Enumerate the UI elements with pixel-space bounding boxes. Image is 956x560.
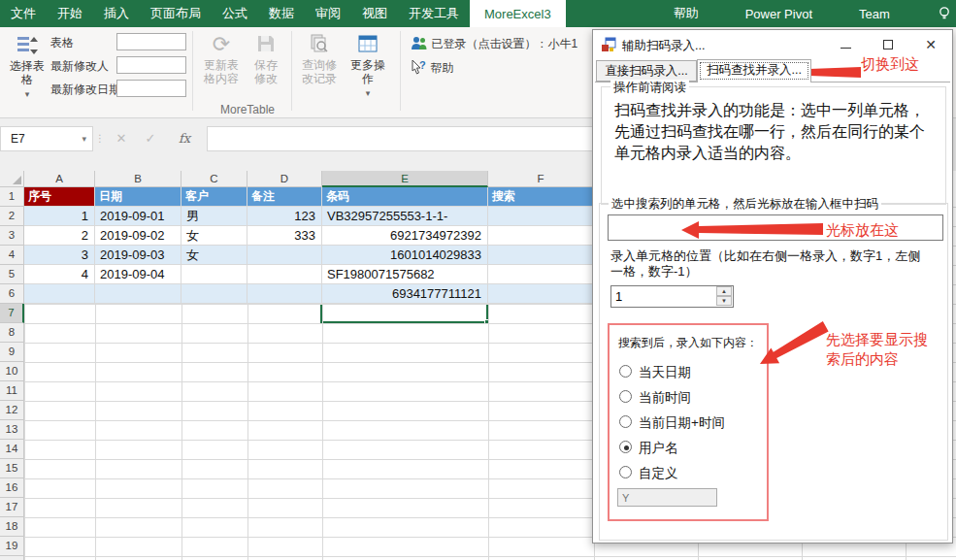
row-header-20[interactable]: 20 <box>0 556 24 560</box>
radio-option-3[interactable]: 用户名 <box>619 440 765 455</box>
table-cell[interactable]: VB32957255553-1-1- <box>322 207 488 226</box>
tab-scan-search-entry[interactable]: 扫码查找并录入... <box>697 59 811 82</box>
table-cell[interactable]: 2019-09-02 <box>95 226 181 246</box>
formula-bar-splitter[interactable]: ⋮ <box>95 126 105 151</box>
table-cell[interactable]: 2019-09-01 <box>95 207 181 226</box>
table-header-cell[interactable]: 条码 <box>322 187 488 207</box>
ribbon-tab-11[interactable]: Power Pivot <box>735 0 823 27</box>
table-cell[interactable]: 女 <box>181 226 247 246</box>
table-cell[interactable] <box>247 265 322 284</box>
table-cell[interactable] <box>247 246 322 265</box>
row-header-4[interactable]: 4 <box>0 246 24 265</box>
row-header-8[interactable]: 8 <box>0 323 24 343</box>
ribbon-button-3[interactable]: 更多操作▾ <box>346 31 390 115</box>
row-header-7[interactable]: 7 <box>0 304 24 323</box>
tab-direct-scan[interactable]: 直接扫码录入... <box>596 60 697 82</box>
row-header-5[interactable]: 5 <box>0 265 24 284</box>
column-header-A[interactable]: A <box>24 171 95 187</box>
select-table-button[interactable]: 选择表格 ▾ <box>6 31 49 107</box>
ribbon-field-input-1[interactable] <box>116 56 186 74</box>
table-cell[interactable] <box>95 284 181 304</box>
table-cell[interactable]: 女 <box>181 246 247 265</box>
ribbon-field-input-0[interactable] <box>116 33 186 50</box>
table-cell[interactable]: 333 <box>247 226 322 246</box>
column-header-D[interactable]: D <box>247 171 322 187</box>
ribbon-tab-3[interactable]: 页面布局 <box>140 0 212 27</box>
table-cell[interactable]: SF1980071575682 <box>322 265 488 284</box>
cancel-icon[interactable]: ✕ <box>109 126 134 151</box>
column-header-E[interactable]: E <box>322 171 488 187</box>
table-cell[interactable]: 4 <box>24 265 95 284</box>
table-cell[interactable] <box>247 284 322 304</box>
table-cell[interactable]: 6934177711121 <box>322 284 488 304</box>
column-header-F[interactable]: F <box>488 171 594 187</box>
ribbon-tab-2[interactable]: 插入 <box>93 0 140 27</box>
table-cell[interactable]: 男 <box>181 207 247 226</box>
name-box[interactable]: E7 ▾ <box>0 126 93 151</box>
table-cell[interactable] <box>24 284 95 304</box>
login-status[interactable]: 已登录（点击设置）：小牛1 <box>412 34 577 52</box>
ribbon-tab-1[interactable]: 开始 <box>47 0 93 27</box>
row-header-15[interactable]: 15 <box>0 459 24 478</box>
ribbon-tab-9[interactable]: MoreExcel3 <box>470 0 566 27</box>
table-cell[interactable]: 123 <box>247 207 322 226</box>
row-header-9[interactable]: 9 <box>0 343 24 362</box>
row-header-17[interactable]: 17 <box>0 498 24 517</box>
fx-icon[interactable]: fx <box>171 126 198 151</box>
table-header-cell[interactable]: 客户 <box>181 187 247 207</box>
ribbon-tab-8[interactable]: 开发工具 <box>398 0 470 27</box>
table-cell[interactable] <box>181 265 247 284</box>
position-input[interactable] <box>611 286 716 307</box>
column-header-B[interactable]: B <box>95 171 181 187</box>
table-cell[interactable]: 6921734972392 <box>322 226 488 246</box>
table-header-cell[interactable]: 日期 <box>95 187 181 207</box>
table-header-cell[interactable]: 备注 <box>247 187 322 207</box>
ribbon-tab-5[interactable]: 数据 <box>258 0 305 27</box>
table-cell[interactable] <box>488 246 594 265</box>
row-header-10[interactable]: 10 <box>0 362 24 381</box>
ribbon-tab-4[interactable]: 公式 <box>212 0 258 27</box>
radio-option-0[interactable]: 当天日期 <box>619 364 765 379</box>
table-cell[interactable]: 1601014029833 <box>322 246 488 265</box>
table-cell[interactable] <box>181 284 247 304</box>
table-header-cell[interactable]: 搜索 <box>488 187 594 207</box>
row-header-12[interactable]: 12 <box>0 401 24 420</box>
ribbon-tab-0[interactable]: 文件 <box>0 0 47 27</box>
help-button[interactable]: ? 帮助 <box>412 58 453 77</box>
spinner-up-button[interactable]: ▲ <box>716 286 732 296</box>
radio-option-2[interactable]: 当前日期+时间 <box>619 414 765 430</box>
row-header-6[interactable]: 6 <box>0 284 24 304</box>
row-header-18[interactable]: 18 <box>0 517 24 537</box>
table-header-cell[interactable]: 序号 <box>24 187 95 207</box>
radio-option-1[interactable]: 当前时间 <box>619 389 765 405</box>
table-cell[interactable]: 2019-09-04 <box>95 265 181 284</box>
formula-input[interactable] <box>207 126 594 151</box>
active-cell-selection[interactable] <box>320 302 488 323</box>
column-header-C[interactable]: C <box>181 171 247 187</box>
row-header-13[interactable]: 13 <box>0 420 24 440</box>
row-header-16[interactable]: 16 <box>0 478 24 498</box>
ribbon-tab-10[interactable]: 帮助 <box>663 0 709 27</box>
row-header-3[interactable]: 3 <box>0 226 24 246</box>
table-cell[interactable]: 1 <box>24 207 95 226</box>
radio-option-4[interactable]: 自定义 <box>619 465 765 480</box>
table-cell[interactable]: 2019-09-03 <box>95 246 181 265</box>
fill-handle[interactable] <box>484 319 490 325</box>
table-cell[interactable] <box>488 207 594 226</box>
row-header-2[interactable]: 2 <box>0 207 24 226</box>
table-cell[interactable]: 2 <box>24 226 95 246</box>
table-cell[interactable] <box>488 284 594 304</box>
ribbon-tab-12[interactable]: Team <box>848 0 901 27</box>
row-header-1[interactable]: 1 <box>0 187 24 207</box>
custom-value-input[interactable] <box>617 488 717 507</box>
ribbon-tab-6[interactable]: 审阅 <box>305 0 351 27</box>
ribbon-field-input-2[interactable] <box>116 80 186 97</box>
table-cell[interactable] <box>488 226 594 246</box>
ribbon-tab-7[interactable]: 视图 <box>351 0 398 27</box>
spinner-down-button[interactable]: ▼ <box>716 296 732 306</box>
tell-me-search[interactable]: 操作说明搜索 <box>926 0 956 27</box>
table-cell[interactable]: 3 <box>24 246 95 265</box>
select-all-corner[interactable] <box>0 171 24 187</box>
table-cell[interactable] <box>488 265 594 284</box>
row-header-19[interactable]: 19 <box>0 537 24 556</box>
